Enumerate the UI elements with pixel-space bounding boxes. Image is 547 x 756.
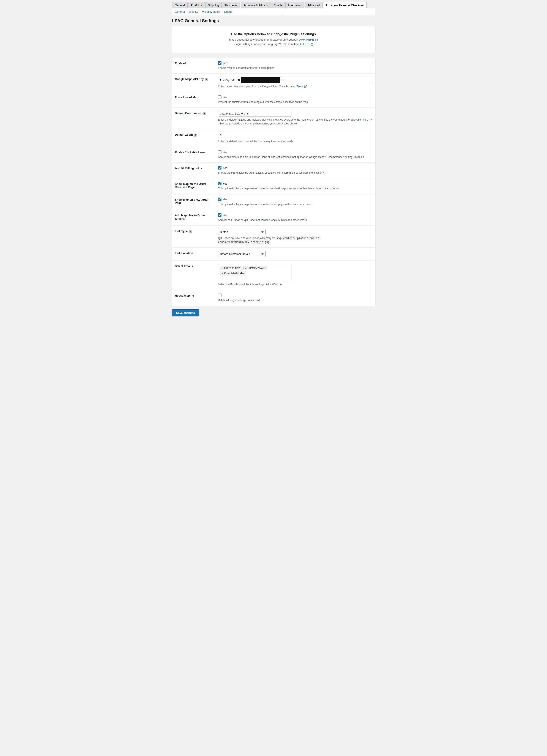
subnav-general[interactable]: General: [175, 10, 185, 13]
label-autofill-yes[interactable]: Yes: [223, 166, 227, 170]
field-housekeeping: Delete all plugin settings on uninstall.: [218, 294, 372, 302]
banner-line2: Plugin settings not in your Language? He…: [176, 42, 371, 46]
subnav-visibility-rules[interactable]: Visibility Rules: [202, 10, 220, 13]
here-link-coordinates[interactable]: here >>: [363, 118, 372, 121]
label-force-map-yes[interactable]: Yes: [223, 96, 227, 99]
api-key-wrapper: AIzaSyDyXUSN: [218, 77, 372, 83]
info-banner: Use the Options Below to Change the Plug…: [172, 26, 375, 53]
row-map-view-order: Show Map on View Order Page Yes This opt…: [172, 194, 375, 210]
nav-tabs: General Products Shipping Payments Accou…: [172, 2, 375, 8]
tab-payments[interactable]: Payments: [222, 2, 240, 8]
checkbox-map-view-order[interactable]: [218, 198, 221, 201]
help-icon-link-type[interactable]: ?: [189, 230, 192, 233]
row-enabled: Enabled Yes Enable map on checkout and o…: [172, 58, 375, 74]
label-map-order-received: Show Map on the Order Received Page: [175, 182, 218, 189]
row-force-map: Force Use of Map Yes Prevent the custome…: [172, 92, 375, 108]
chip-remove-customer-note[interactable]: ×: [245, 267, 246, 269]
label-map-order-received-yes[interactable]: Yes: [223, 182, 227, 185]
desc-map-view-order: This option displays a map view on the o…: [218, 202, 372, 206]
desc-map-link-emails: Add either a Button or QR Code that link…: [218, 218, 372, 222]
tab-advanced[interactable]: Advanced: [305, 2, 323, 8]
field-autofill: Yes Should the billing fields be automat…: [218, 166, 372, 175]
field-coordinates: Enter the default latitude and logitude …: [218, 111, 372, 126]
checkbox-enabled[interactable]: [218, 61, 221, 65]
desc-api-key: Enter the API key you copied from the Go…: [218, 84, 372, 88]
banner-line1: If you encounter any issues then please …: [176, 38, 371, 41]
field-clickable-icons: Yes Should customers be able to click on…: [218, 150, 372, 159]
tab-accounts-privacy[interactable]: Accounts & Privacy: [241, 2, 270, 8]
learn-more-link[interactable]: Learn More: [290, 85, 307, 88]
desc-enabled: Enable map on checkout and order details…: [218, 66, 372, 70]
desc-autofill: Should the billing fields be automatical…: [218, 171, 372, 175]
checkbox-map-link-emails[interactable]: [218, 213, 221, 217]
row-clickable-icons: Enable Clickable Icons Yes Should custom…: [172, 147, 375, 163]
label-map-view-order: Show Map on View Order Page: [175, 198, 218, 204]
tab-products[interactable]: Products: [188, 2, 205, 8]
zoom-input[interactable]: [218, 133, 231, 138]
label-coordinates: Default Coordinates ?: [175, 111, 218, 115]
desc-zoom: Enter the default zoom that will be used…: [218, 139, 372, 143]
row-coordinates: Default Coordinates ? Enter the default …: [172, 108, 375, 129]
api-key-masked: [241, 77, 280, 83]
label-link-location: Link Location: [175, 251, 218, 255]
label-force-map: Force Use of Map: [175, 95, 218, 99]
row-housekeeping: Housekeeping Delete all plugin settings …: [172, 290, 375, 306]
checkbox-autofill[interactable]: [218, 166, 221, 170]
subnav-debug[interactable]: Debug: [224, 10, 232, 13]
tab-shipping[interactable]: Shipping: [205, 2, 222, 8]
row-link-type: Link Type ? Button QR Code QR Codes are …: [172, 226, 375, 248]
page-title: LPAC General Settings: [172, 18, 375, 23]
help-icon-api-key[interactable]: ?: [205, 78, 208, 81]
row-select-emails: Select Emails × Order on Hold × Customer…: [172, 261, 375, 290]
label-map-view-order-yes[interactable]: Yes: [223, 198, 227, 201]
api-key-prefix: AIzaSyDyXUSN: [218, 78, 241, 83]
select-link-type[interactable]: Button QR Code: [218, 229, 265, 235]
chip-remove-completed-order[interactable]: ×: [222, 272, 223, 275]
field-api-key: AIzaSyDyXUSN Enter the API key you copie…: [218, 77, 372, 88]
desc-map-order-received: This option displays a map view on the o…: [218, 187, 372, 190]
field-force-map: Yes Prevent the customer from checking o…: [218, 95, 372, 104]
api-key-toggle-btn[interactable]: [280, 79, 286, 81]
label-housekeeping: Housekeeping: [175, 294, 218, 297]
checkbox-clickable-icons[interactable]: [218, 150, 221, 154]
field-select-emails: × Order on Hold × Customer Note × Comple…: [218, 264, 372, 286]
field-zoom: Enter the default zoom that will be used…: [218, 133, 372, 143]
field-map-view-order: Yes This option displays a map view on t…: [218, 198, 372, 206]
desc-coordinates: Enter the default latitude and logitude …: [218, 118, 372, 126]
subnav-display[interactable]: Display: [189, 10, 198, 13]
tab-emails[interactable]: Emails: [271, 2, 285, 8]
desc-clickable-icons: Should customers be able to click on ico…: [218, 155, 372, 159]
select-link-location[interactable]: Before Customer Details After Customer D…: [218, 251, 265, 257]
label-map-link-emails-yes[interactable]: Yes: [223, 214, 227, 217]
label-enabled-yes[interactable]: Yes: [223, 61, 227, 65]
desc-force-map: Prevent the customer from checking out u…: [218, 100, 372, 104]
tab-lpac[interactable]: Location Picker at Checkout: [323, 2, 367, 8]
desc-housekeeping: Delete all plugin settings on uninstall.: [218, 298, 372, 302]
banner-here-link-1[interactable]: HERE: [306, 38, 318, 41]
field-link-type: Button QR Code QR Codes are saved to you…: [218, 229, 372, 244]
chip-remove-order-on-hold[interactable]: ×: [222, 267, 223, 269]
row-map-order-received: Show Map on the Order Received Page Yes …: [172, 178, 375, 194]
label-map-link-emails: Add Map Link to Order Emails?: [175, 213, 218, 220]
checkbox-map-order-received[interactable]: [218, 182, 221, 185]
coordinates-input[interactable]: [218, 111, 292, 116]
sub-nav: General | Display | Visibility Rules | D…: [172, 8, 375, 15]
help-icon-zoom[interactable]: ?: [194, 134, 197, 137]
chips-container[interactable]: × Order on Hold × Customer Note × Comple…: [218, 264, 292, 281]
chip-completed-order: × Completed Order: [220, 271, 246, 275]
label-enabled: Enabled: [175, 61, 218, 65]
banner-here-link-2[interactable]: HERE: [302, 42, 314, 46]
row-map-link-emails: Add Map Link to Order Emails? Yes Add ei…: [172, 210, 375, 226]
banner-heading: Use the Options Below to Change the Plug…: [176, 32, 371, 36]
tab-integration[interactable]: Integration: [286, 2, 304, 8]
field-enabled: Yes Enable map on checkout and order det…: [218, 61, 372, 70]
checkbox-housekeeping[interactable]: [218, 294, 221, 297]
desc-link-type: QR Codes are saved to your uploads direc…: [218, 236, 372, 244]
chip-order-on-hold: × Order on Hold: [220, 266, 242, 270]
label-clickable-icons-yes[interactable]: Yes: [223, 151, 227, 154]
save-button[interactable]: Save changes: [172, 309, 199, 316]
help-icon-coordinates[interactable]: ?: [202, 112, 206, 115]
desc-select-emails: Select the Emails you'd like this settin…: [218, 283, 372, 286]
checkbox-force-map[interactable]: [218, 95, 221, 99]
tab-general[interactable]: General: [172, 2, 187, 8]
